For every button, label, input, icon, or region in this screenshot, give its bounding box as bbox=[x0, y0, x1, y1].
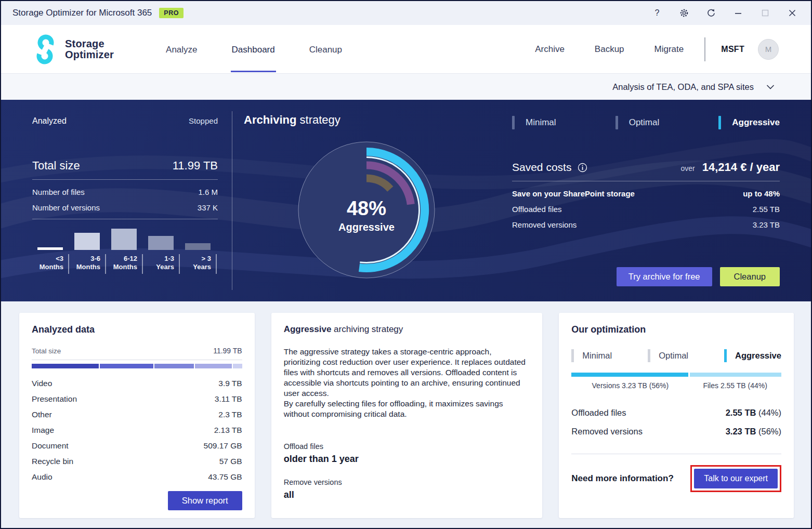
close-icon[interactable] bbox=[779, 3, 806, 23]
file-type-row: Audio43.75 GB bbox=[32, 469, 242, 485]
optimization-tab-optimal[interactable]: Optimal bbox=[648, 349, 688, 362]
file-type-row: Image2.13 TB bbox=[32, 422, 242, 438]
try-archive-button[interactable]: Try archive for free bbox=[617, 267, 712, 286]
age-histogram-bar bbox=[74, 233, 100, 250]
divider bbox=[571, 454, 781, 454]
secondary-nav: Archive Backup Migrate MSFT M bbox=[535, 37, 779, 61]
tab-analyze[interactable]: Analyze bbox=[165, 26, 198, 72]
age-histogram-bar bbox=[185, 243, 211, 250]
strategy-description-card: Aggressive archiving strategy The aggres… bbox=[271, 313, 543, 518]
total-size-value: 11.99 TB bbox=[173, 159, 218, 173]
tenant-name: MSFT bbox=[721, 45, 744, 54]
bar-segment-image bbox=[195, 364, 232, 368]
strategy-tab-optimal[interactable]: Optimal bbox=[615, 116, 660, 129]
avatar[interactable]: M bbox=[758, 39, 779, 60]
optimization-tabs: Minimal Optimal Aggressive bbox=[571, 349, 781, 362]
removed-versions-row: Removed versions 3.23 TB (56%) bbox=[571, 422, 781, 441]
analyzed-panel: Analyzed Stopped Total size 11.99 TB Num… bbox=[32, 100, 218, 271]
storage-optimizer-logo-icon bbox=[32, 34, 58, 64]
account-area: MSFT M bbox=[704, 37, 779, 61]
titlebar: Storage Optimizer for Microsoft 365 PRO … bbox=[1, 1, 811, 25]
sharepoint-savings-row: Save on your SharePoint storageup to 48% bbox=[512, 186, 780, 201]
refresh-icon[interactable] bbox=[698, 3, 725, 23]
file-type-list: Video3.9 TB Presentation3.11 TB Other2.3… bbox=[32, 376, 242, 485]
brand-name: Storage Optimizer bbox=[65, 38, 114, 60]
cleanup-button[interactable]: Cleanup bbox=[720, 267, 780, 286]
remove-versions-setting: Remove versions all bbox=[284, 478, 530, 500]
split-left bbox=[571, 373, 688, 377]
offloaded-files-row: Offloaded files 2.55 TB (44%) bbox=[571, 403, 781, 422]
talk-to-expert-button[interactable]: Talk to our expert bbox=[694, 469, 778, 488]
total-size-bar bbox=[32, 364, 242, 368]
file-type-row: Presentation3.11 TB bbox=[32, 391, 242, 407]
histogram-column: 3-6Months bbox=[69, 228, 106, 271]
help-icon[interactable]: ? bbox=[644, 3, 671, 23]
file-type-row: Recycle bin57 GB bbox=[32, 454, 242, 469]
versions-files-split-bar bbox=[571, 373, 781, 377]
bar-segment-video bbox=[32, 364, 99, 368]
files-count-row: Number of files1.6 M bbox=[32, 184, 218, 200]
histogram-column: 6-12Months bbox=[106, 228, 143, 271]
bar-segment-rest bbox=[233, 364, 242, 368]
show-report-button[interactable]: Show report bbox=[168, 491, 242, 510]
gauge-strategy-label: Aggressive bbox=[338, 221, 395, 233]
saved-costs-title: Saved costs bbox=[512, 161, 587, 174]
strategy-gauge: 48% Aggressive bbox=[294, 137, 439, 283]
highlight-annotation: Talk to our expert bbox=[690, 465, 781, 492]
strategy-tab-aggressive[interactable]: Aggressive bbox=[718, 116, 780, 129]
total-size-label: Total size bbox=[32, 347, 61, 355]
card-title: Aggressive archiving strategy bbox=[284, 324, 530, 335]
versions-count-row: Number of versions337 K bbox=[32, 200, 218, 215]
optimization-tab-aggressive[interactable]: Aggressive bbox=[724, 349, 781, 362]
nav-backup[interactable]: Backup bbox=[595, 44, 624, 55]
app-logo: Storage Optimizer bbox=[32, 34, 114, 64]
histogram-column: 1-3Years bbox=[143, 228, 180, 271]
info-icon[interactable] bbox=[578, 163, 587, 173]
gauge-percent: 48% bbox=[347, 197, 386, 219]
strategy-tabs: Minimal Optimal Aggressive bbox=[512, 116, 780, 129]
analyzed-title: Analyzed bbox=[32, 116, 67, 126]
analyzed-data-card: Analyzed data Total size 11.99 TB Video3… bbox=[19, 313, 255, 518]
offloaded-files-row: Offloaded files2.55 TB bbox=[512, 201, 780, 217]
tab-dashboard[interactable]: Dashboard bbox=[231, 26, 276, 72]
nav-archive[interactable]: Archive bbox=[535, 44, 565, 55]
histogram-column: > 3Years bbox=[180, 228, 217, 271]
removed-versions-row: Removed versions3.23 TB bbox=[512, 217, 780, 232]
window-title: Storage Optimizer for Microsoft 365 bbox=[12, 8, 152, 18]
app-window: Storage Optimizer for Microsoft 365 PRO … bbox=[0, 0, 812, 529]
analysis-status: Stopped bbox=[189, 116, 218, 125]
main-nav: Analyze Dashboard Cleanup bbox=[165, 25, 343, 73]
optimization-tab-minimal[interactable]: Minimal bbox=[571, 349, 612, 362]
site-selection-label[interactable]: Analysis of TEA, ODA, and SPA sites bbox=[612, 82, 754, 92]
header: Storage Optimizer Analyze Dashboard Clea… bbox=[1, 25, 811, 74]
archiving-strategy-title: Archiving strategy bbox=[244, 113, 340, 127]
file-type-row: Video3.9 TB bbox=[32, 376, 242, 391]
dashboard-hero: Analyzed Stopped Total size 11.99 TB Num… bbox=[1, 100, 811, 301]
nav-migrate[interactable]: Migrate bbox=[654, 44, 684, 55]
our-optimization-card: Our optimization Minimal Optimal Aggress… bbox=[559, 313, 794, 518]
file-type-row: Document509.17 GB bbox=[32, 438, 242, 454]
minimize-icon[interactable] bbox=[725, 3, 752, 23]
age-histogram-bar bbox=[111, 229, 137, 250]
age-histogram-bar bbox=[148, 236, 174, 250]
maximize-icon[interactable] bbox=[752, 3, 779, 23]
divider bbox=[704, 37, 705, 61]
tab-cleanup[interactable]: Cleanup bbox=[308, 26, 343, 72]
settings-gear-icon[interactable] bbox=[671, 3, 698, 23]
divider bbox=[232, 111, 232, 290]
file-type-row: Other2.3 TB bbox=[32, 407, 242, 422]
offload-files-setting: Offload files older than 1 year bbox=[284, 442, 530, 465]
chevron-down-icon[interactable] bbox=[766, 85, 775, 89]
total-size-row: Total size 11.99 TB bbox=[32, 159, 218, 173]
versions-share-label: Versions 3.23 TB (56%) bbox=[571, 381, 689, 390]
total-size-value: 11.99 TB bbox=[213, 347, 242, 355]
window-controls: ? bbox=[644, 3, 806, 23]
card-title: Analyzed data bbox=[32, 324, 242, 335]
saved-costs-value: over14,214 € / year bbox=[681, 161, 780, 174]
bar-segment-other bbox=[154, 364, 194, 368]
card-title: Our optimization bbox=[571, 324, 781, 335]
strategy-tab-minimal[interactable]: Minimal bbox=[512, 116, 556, 129]
age-histogram-bar bbox=[37, 247, 63, 250]
need-more-info-label: Need more information? bbox=[571, 473, 673, 484]
dashboard-cards: Analyzed data Total size 11.99 TB Video3… bbox=[1, 301, 811, 528]
